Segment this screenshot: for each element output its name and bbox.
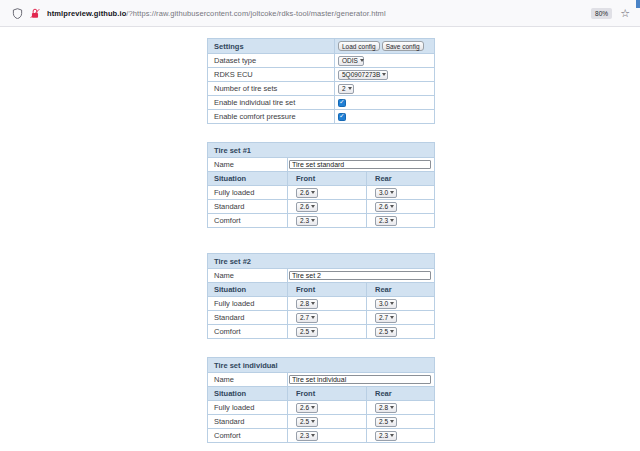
- url-input[interactable]: htmlpreview.github.io/?https://raw.githu…: [47, 9, 591, 18]
- save-config-button[interactable]: Save config: [382, 41, 424, 51]
- column-front: Front: [287, 387, 366, 400]
- chevron-down-icon: [390, 434, 394, 437]
- column-rear: Rear: [366, 387, 434, 400]
- tire-set-individual-header-row: Tire set individual: [208, 358, 434, 372]
- dataset-type-value: ODIS: [342, 57, 358, 64]
- enable-comfort-row: Enable comfort pressure ✓: [208, 109, 434, 123]
- pressure-select-rear[interactable]: 3.0: [375, 299, 397, 309]
- pressure-select-rear[interactable]: 2.5: [375, 327, 397, 337]
- column-rear: Rear: [366, 283, 434, 296]
- pressure-select-front[interactable]: 2.6: [296, 188, 318, 198]
- table-row: Standard 2.7 2.7: [208, 310, 434, 324]
- chevron-down-icon: [311, 420, 315, 423]
- pressure-value: 2.5: [300, 418, 309, 425]
- pressure-select-rear[interactable]: 2.7: [375, 313, 397, 323]
- situation-label: Standard: [208, 311, 287, 324]
- tire-set-2-name-input[interactable]: [289, 271, 431, 280]
- pressure-select-front[interactable]: 2.3: [296, 431, 318, 441]
- enable-individual-row: Enable individual tire set ✓: [208, 95, 434, 109]
- situation-label: Fully loaded: [208, 297, 287, 310]
- pressure-select-front[interactable]: 2.7: [296, 313, 318, 323]
- num-tire-sets-value: 2: [342, 85, 346, 92]
- pressure-select-front[interactable]: 2.6: [296, 202, 318, 212]
- table-row: Comfort 2.3 2.3: [208, 428, 434, 442]
- pressure-select-rear[interactable]: 2.8: [375, 403, 397, 413]
- pressure-select-front[interactable]: 2.6: [296, 403, 318, 413]
- pressure-value: 2.5: [300, 328, 309, 335]
- pressure-value: 2.6: [300, 404, 309, 411]
- pressure-value: 2.3: [300, 432, 309, 439]
- check-icon: ✓: [339, 99, 344, 106]
- num-tire-sets-label: Number of tire sets: [208, 82, 334, 95]
- name-label: Name: [208, 269, 287, 282]
- chevron-down-icon: [311, 316, 315, 319]
- bookmark-star-icon[interactable]: ☆: [620, 8, 630, 19]
- name-label: Name: [208, 158, 287, 171]
- settings-table: Settings Load config Save config Dataset…: [207, 38, 435, 124]
- tire-set-1-columns-row: Situation Front Rear: [208, 171, 434, 185]
- num-tire-sets-select[interactable]: 2: [338, 84, 354, 94]
- chevron-down-icon: [390, 191, 394, 194]
- pressure-select-rear[interactable]: 2.3: [375, 431, 397, 441]
- shield-icon[interactable]: [12, 8, 23, 19]
- pressure-select-front[interactable]: 2.5: [296, 417, 318, 427]
- pressure-value: 2.3: [379, 217, 388, 224]
- chevron-down-icon: [348, 87, 352, 90]
- situation-label: Fully loaded: [208, 186, 287, 199]
- pressure-select-rear[interactable]: 3.0: [375, 188, 397, 198]
- pressure-select-rear[interactable]: 2.5: [375, 417, 397, 427]
- pressure-value: 3.0: [379, 189, 388, 196]
- column-front: Front: [287, 283, 366, 296]
- tire-set-2-title: Tire set #2: [208, 254, 434, 268]
- check-icon: ✓: [339, 113, 344, 120]
- tire-set-individual-table: Tire set individual Name Situation Front…: [207, 357, 435, 443]
- pressure-select-front[interactable]: 2.3: [296, 216, 318, 226]
- zoom-level-badge[interactable]: 80%: [591, 8, 612, 19]
- pressure-select-front[interactable]: 2.5: [296, 327, 318, 337]
- insecure-lock-icon[interactable]: [30, 8, 40, 19]
- dataset-type-select[interactable]: ODIS: [338, 56, 364, 66]
- enable-comfort-label: Enable comfort pressure: [208, 110, 334, 123]
- chevron-down-icon: [311, 406, 315, 409]
- tire-set-2-name-row: Name: [208, 268, 434, 282]
- table-row: Standard 2.5 2.5: [208, 414, 434, 428]
- enable-comfort-checkbox[interactable]: ✓: [338, 113, 346, 121]
- tire-set-individual-name-row: Name: [208, 372, 434, 386]
- pressure-value: 2.7: [379, 314, 388, 321]
- pressure-value: 3.0: [379, 300, 388, 307]
- chevron-down-icon: [390, 406, 394, 409]
- settings-title: Settings: [208, 39, 334, 53]
- settings-header-actions: Load config Save config: [334, 39, 434, 53]
- rdks-ecu-value: 5Q0907273B: [342, 71, 380, 78]
- chevron-down-icon: [390, 316, 394, 319]
- url-domain: htmlpreview.github.io: [47, 9, 126, 18]
- pressure-value: 2.5: [379, 418, 388, 425]
- chevron-down-icon: [390, 330, 394, 333]
- tire-set-1-name-input[interactable]: [289, 160, 431, 169]
- tire-set-individual-name-input[interactable]: [289, 375, 431, 384]
- tire-set-individual-columns-row: Situation Front Rear: [208, 386, 434, 400]
- pressure-select-rear[interactable]: 2.6: [375, 202, 397, 212]
- pressure-select-front[interactable]: 2.8: [296, 299, 318, 309]
- chevron-down-icon: [360, 59, 364, 62]
- pressure-value: 2.6: [379, 203, 388, 210]
- column-situation: Situation: [208, 172, 287, 185]
- pressure-select-rear[interactable]: 2.3: [375, 216, 397, 226]
- column-situation: Situation: [208, 283, 287, 296]
- pressure-value: 2.8: [300, 300, 309, 307]
- tire-set-1-title: Tire set #1: [208, 143, 434, 157]
- chevron-down-icon: [311, 205, 315, 208]
- load-config-button[interactable]: Load config: [338, 41, 380, 51]
- chevron-down-icon: [390, 205, 394, 208]
- page-content: Settings Load config Save config Dataset…: [0, 27, 640, 443]
- chevron-down-icon: [390, 219, 394, 222]
- tire-set-2-table: Tire set #2 Name Situation Front Rear Fu…: [207, 253, 435, 339]
- rdks-ecu-select[interactable]: 5Q0907273B: [338, 70, 388, 80]
- situation-label: Standard: [208, 415, 287, 428]
- enable-individual-checkbox[interactable]: ✓: [338, 99, 346, 107]
- chevron-down-icon: [390, 302, 394, 305]
- dataset-type-row: Dataset type ODIS: [208, 53, 434, 67]
- tire-set-2-header-row: Tire set #2: [208, 254, 434, 268]
- num-tire-sets-row: Number of tire sets 2: [208, 81, 434, 95]
- chevron-down-icon: [390, 420, 394, 423]
